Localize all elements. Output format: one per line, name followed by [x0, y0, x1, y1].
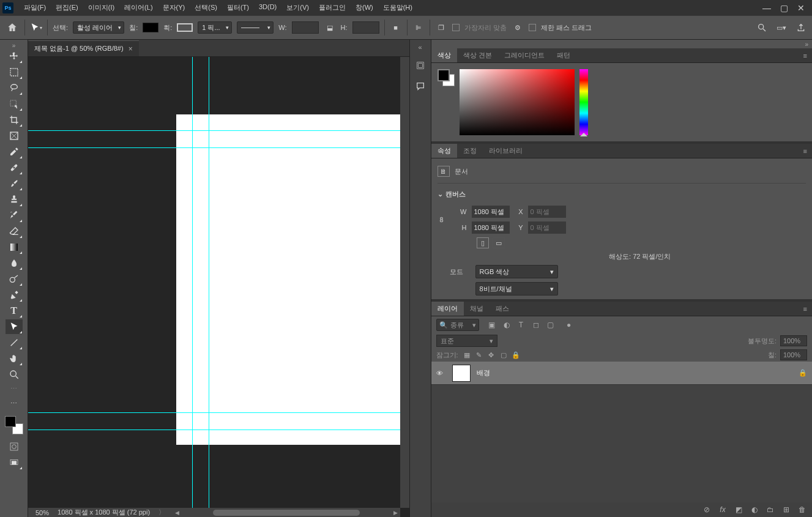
filter-type-icon[interactable]: T	[516, 319, 527, 330]
edit-toolbar[interactable]: ⋯	[6, 396, 23, 411]
stroke-swatch[interactable]	[177, 23, 193, 32]
layer-thumbnail[interactable]	[452, 365, 471, 382]
color-field[interactable]	[460, 69, 575, 135]
screen-mode-tool[interactable]	[6, 455, 23, 470]
canvas-height-input[interactable]	[472, 221, 510, 234]
frame-tool[interactable]	[6, 128, 23, 143]
panel-menu-icon[interactable]: ≡	[799, 52, 812, 59]
zoom-tool[interactable]	[6, 367, 23, 382]
quick-mask-tool[interactable]	[6, 439, 23, 454]
menu-filter[interactable]: 필터(T)	[223, 1, 253, 14]
scroll-thumb[interactable]	[213, 510, 360, 516]
eyedropper-tool[interactable]	[6, 144, 23, 159]
guide-vertical[interactable]	[192, 57, 193, 508]
path-operations-icon[interactable]: ■	[390, 21, 402, 34]
lock-all-icon[interactable]: 🔒	[511, 350, 521, 360]
width-input[interactable]	[292, 21, 319, 34]
menu-3d[interactable]: 3D(D)	[255, 1, 281, 14]
lock-move-icon[interactable]: ✥	[486, 350, 496, 360]
color-tab[interactable]: 색상	[431, 48, 457, 62]
close-button[interactable]: ✕	[792, 2, 810, 14]
canvas-x-input[interactable]	[528, 206, 566, 218]
document-tab[interactable]: 제목 없음-1 @ 50% (RGB/8#) ×	[28, 40, 139, 56]
crop-tool[interactable]	[6, 113, 23, 127]
menu-help[interactable]: 도움말(H)	[379, 1, 417, 14]
hand-tool[interactable]	[6, 351, 23, 366]
paths-tab[interactable]: 패스	[490, 302, 515, 316]
layers-tab[interactable]: 레이어	[431, 302, 464, 316]
color-swatches[interactable]	[438, 69, 455, 86]
fill-swatch[interactable]	[143, 23, 158, 32]
filter-adjust-icon[interactable]: ◐	[501, 319, 512, 330]
stroke-style-dropdown[interactable]	[237, 21, 274, 34]
menu-plugin[interactable]: 플러그인	[315, 1, 350, 14]
pen-tool[interactable]	[6, 288, 23, 302]
guide-horizontal[interactable]	[28, 430, 400, 430]
maximize-button[interactable]: ▢	[775, 2, 792, 14]
align-icon[interactable]: ⊫	[412, 21, 425, 34]
libraries-tab[interactable]: 라이브러리	[483, 144, 529, 158]
patterns-tab[interactable]: 패턴	[551, 48, 576, 62]
zoom-level[interactable]: 50%	[35, 509, 49, 516]
gear-icon[interactable]: ⚙	[512, 21, 524, 34]
line-tool[interactable]	[6, 335, 23, 350]
layer-lock-icon[interactable]: 🔒	[799, 369, 807, 377]
menu-view[interactable]: 보기(V)	[282, 1, 313, 14]
menu-window[interactable]: 창(W)	[351, 1, 378, 14]
guide-horizontal[interactable]	[28, 147, 400, 148]
canvas-width-input[interactable]	[472, 206, 510, 218]
selection-dropdown[interactable]: 활성 레이어	[73, 21, 124, 34]
link-dimensions-icon[interactable]: 𝟠	[438, 211, 446, 228]
guide-horizontal[interactable]	[28, 130, 400, 131]
canvas-viewport[interactable]: 50% 1080 픽셀 x 1080 픽셀 (72 ppi) 〉 ◀ ▶	[28, 57, 409, 517]
marquee-tool[interactable]	[6, 65, 23, 80]
move-tool[interactable]	[6, 49, 23, 64]
opacity-input[interactable]: 100%	[780, 335, 807, 346]
fg-color[interactable]	[438, 69, 450, 81]
lock-position-icon[interactable]: ✎	[474, 350, 484, 360]
guide-vertical[interactable]	[209, 57, 209, 508]
visibility-icon[interactable]: 👁	[436, 370, 446, 377]
arrange-icon[interactable]: ❐	[435, 21, 447, 34]
history-brush-tool[interactable]	[6, 208, 23, 223]
blend-mode-select[interactable]: 표준▾	[436, 335, 497, 347]
tab-close-icon[interactable]: ×	[129, 45, 133, 53]
fill-input[interactable]: 100%	[780, 349, 807, 360]
panel-menu-icon[interactable]: ≡	[799, 147, 812, 155]
adjustment-layer-icon[interactable]: ◐	[750, 505, 759, 515]
lasso-tool[interactable]	[6, 81, 23, 95]
filter-smart-icon[interactable]: ▢	[545, 319, 556, 330]
foreground-color-swatch[interactable]	[5, 416, 16, 427]
eraser-tool[interactable]	[6, 224, 23, 239]
guide-horizontal[interactable]	[28, 412, 400, 413]
layer-filter-select[interactable]: 🔍종류▾	[436, 319, 479, 331]
canvas-section-toggle[interactable]: ⌄캔버스	[438, 188, 806, 204]
vertical-scrollbar[interactable]	[400, 57, 409, 508]
layer-row-background[interactable]: 👁 배경 🔒	[431, 362, 813, 385]
filter-shape-icon[interactable]: ◻	[531, 319, 542, 330]
color-swatches[interactable]	[5, 416, 23, 434]
brush-tool[interactable]	[6, 176, 23, 191]
collapse-expand-icon[interactable]: «	[418, 43, 422, 51]
home-button[interactable]	[5, 20, 20, 35]
blur-tool[interactable]	[6, 256, 23, 270]
healing-tool[interactable]	[6, 160, 23, 175]
restrict-checkbox[interactable]	[529, 24, 536, 31]
adjustments-tab[interactable]: 조정	[457, 144, 483, 158]
swatches-tab[interactable]: 색상 견본	[457, 48, 498, 62]
stamp-tool[interactable]	[6, 192, 23, 207]
path-selection-tool-icon[interactable]: ▾	[30, 21, 42, 34]
stroke-width-dropdown[interactable]: 1 픽...	[198, 21, 232, 34]
share-icon[interactable]	[795, 21, 807, 34]
menu-type[interactable]: 문자(Y)	[158, 1, 190, 14]
lock-pixels-icon[interactable]: ▦	[462, 350, 472, 360]
workspace-icon[interactable]: ▭▾	[775, 21, 788, 34]
properties-tab[interactable]: 속성	[431, 144, 457, 158]
tool-expand[interactable]: »	[0, 42, 28, 48]
gradients-tab[interactable]: 그레이디언트	[498, 48, 551, 62]
scroll-right-icon[interactable]: ▶	[392, 508, 400, 517]
portrait-icon[interactable]: ▯	[477, 237, 489, 248]
quick-select-tool[interactable]	[6, 97, 23, 111]
bit-depth-select[interactable]: 8비트/채널▾	[475, 282, 558, 296]
scroll-left-icon[interactable]: ◀	[173, 508, 181, 517]
